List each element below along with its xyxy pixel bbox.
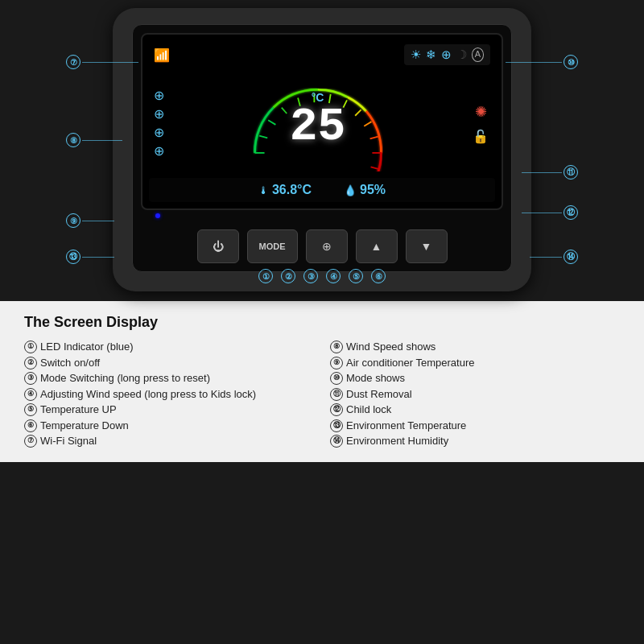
desc-item-1: ① LED Indicator (blue) (24, 339, 314, 355)
power-button[interactable]: ⏻ (197, 229, 239, 263)
device-body: 📶 ☀ ❄ ⊕ ☽ A ⊕ ⊕ (113, 8, 531, 291)
callout-12: ⑫ (564, 205, 578, 220)
desc-item-12: ⑫ Child lock (330, 402, 620, 418)
mode-icons-bar: ☀ ❄ ⊕ ☽ A (404, 44, 490, 65)
callout-7: ⑦ (66, 55, 80, 69)
fan-icon-4: ⊕ (154, 143, 164, 159)
svg-line-9 (364, 122, 371, 126)
description-title: The Screen Display (24, 314, 620, 331)
svg-line-8 (355, 109, 361, 115)
fan-icon-3: ⊕ (154, 125, 164, 140)
fan-speed-column: ⊕ ⊕ ⊕ ⊕ (149, 85, 169, 162)
auto-mode-icon: A (472, 47, 484, 62)
desc-item-6: ⑥ Temperature Down (24, 418, 314, 434)
desc-item-3: ③ Mode Switching (long press to reset) (24, 370, 314, 386)
description-section: The Screen Display ① LED Indicator (blue… (0, 301, 644, 462)
svg-line-12 (370, 167, 378, 169)
temp-down-button[interactable]: ▼ (406, 229, 448, 263)
bottom-readings: 🌡 36.8°C 💧 95% (149, 178, 495, 202)
btn-label-5: ⑤ (349, 269, 363, 283)
btn-label-4: ④ (326, 269, 341, 283)
callout-14: ⑭ (564, 250, 578, 264)
desc-item-2: ② Switch on/off (24, 355, 314, 371)
callout-8: ⑧ (66, 133, 80, 147)
mode-button[interactable]: MODE (247, 229, 298, 263)
dust-removal-icon: ✺ (475, 103, 487, 121)
btn-label-2: ② (281, 269, 295, 283)
fan-mode-icon: ⊕ (441, 47, 452, 62)
desc-item-10: ⑩ Mode shows (330, 370, 620, 386)
desc-item-5: ⑤ Temperature UP (24, 402, 314, 418)
desc-item-8: ⑧ Wind Speed shows (330, 339, 620, 355)
svg-line-3 (281, 108, 286, 114)
led-indicator (155, 213, 160, 218)
humidity-icon: 💧 (344, 184, 357, 196)
child-lock-icon: 🔓 (473, 129, 489, 144)
thermometer-icon: 🌡 (258, 184, 269, 196)
temperature-display: °C 25 (290, 91, 346, 151)
desc-item-13: ⑬ Environment Temperature (330, 418, 620, 434)
svg-line-2 (268, 120, 275, 125)
callout-9: ⑨ (66, 213, 80, 228)
svg-line-1 (259, 136, 267, 138)
env-humid-value: 95% (360, 183, 386, 197)
desc-item-4: ④ Adjusting Wind speed (long press to Ki… (24, 386, 314, 402)
wifi-icon: 📶 (154, 47, 170, 63)
env-temp-value: 36.8°C (272, 183, 312, 197)
desc-item-11: ⑪ Dust Removal (330, 386, 620, 402)
right-icons: ✺ 🔓 (466, 100, 495, 147)
sun-mode-icon: ☀ (411, 47, 421, 62)
screen: 📶 ☀ ❄ ⊕ ☽ A ⊕ ⊕ (141, 33, 503, 210)
btn-label-1: ① (258, 269, 273, 283)
btn-label-3: ③ (303, 269, 318, 283)
desc-item-14: ⑭ Environment Humidity (330, 433, 620, 449)
callout-11: ⑪ (564, 165, 578, 180)
snow-mode-icon: ❄ (426, 47, 436, 62)
callout-10: ⑩ (564, 55, 578, 69)
moon-mode-icon: ☽ (456, 47, 467, 62)
env-temp-reading: 🌡 36.8°C (258, 183, 312, 197)
temp-value: 25 (290, 104, 346, 151)
description-grid: ① LED Indicator (blue) ② Switch on/off ③… (24, 339, 620, 449)
btn-label-6: ⑥ (371, 269, 386, 283)
desc-item-9: ⑨ Air conditioner Temperature (330, 355, 620, 371)
env-humid-reading: 💧 95% (344, 183, 386, 197)
svg-line-10 (369, 137, 378, 139)
fan-icon-2: ⊕ (154, 106, 164, 122)
temp-up-button[interactable]: ▲ (356, 229, 398, 263)
buttons-row: ⏻ MODE ⊕ ▲ ▼ (141, 229, 503, 263)
fan-icon-1: ⊕ (154, 88, 164, 103)
temperature-gauge: °C 25 (169, 75, 466, 171)
callout-13: ⑬ (66, 250, 80, 264)
fan-speed-button[interactable]: ⊕ (306, 229, 348, 263)
desc-item-7: ⑦ Wi-Fi Signal (24, 433, 314, 449)
